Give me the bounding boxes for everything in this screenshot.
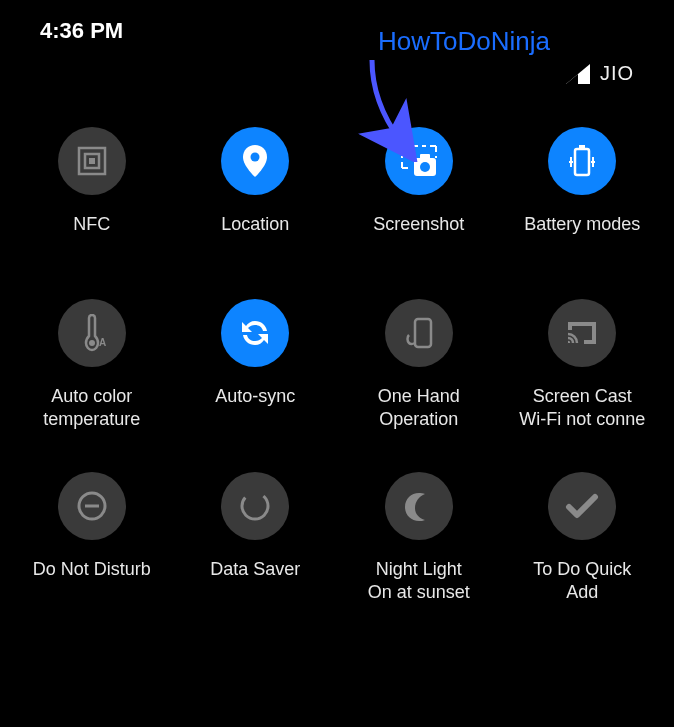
svg-rect-2 [89, 158, 95, 164]
svg-rect-7 [575, 149, 589, 175]
tile-do-not-disturb[interactable]: Do Not Disturb [10, 460, 174, 633]
location-icon [221, 127, 289, 195]
svg-point-14 [238, 489, 272, 523]
svg-rect-11 [415, 319, 431, 347]
sync-icon [221, 299, 289, 367]
tile-label: Location [221, 213, 289, 257]
tile-label: Night Light On at sunset [368, 558, 470, 603]
tile-label: Auto-sync [215, 385, 295, 429]
tile-night-light[interactable]: Night Light On at sunset [337, 460, 501, 633]
status-bar: 4:36 PM [0, 0, 674, 52]
svg-point-3 [251, 153, 260, 162]
tile-auto-sync[interactable]: Auto-sync [174, 287, 338, 460]
tile-label: Screenshot [373, 213, 464, 257]
cast-icon [548, 299, 616, 367]
check-icon [548, 472, 616, 540]
one-hand-icon [385, 299, 453, 367]
svg-rect-8 [579, 145, 585, 149]
svg-point-5 [420, 162, 430, 172]
tile-todo-quick-add[interactable]: To Do Quick Add [501, 460, 665, 633]
tile-location[interactable]: Location [174, 115, 338, 287]
thermometer-icon: A [58, 299, 126, 367]
tile-label: To Do Quick Add [533, 558, 631, 603]
tile-screen-cast[interactable]: Screen Cast Wi-Fi not conne [501, 287, 665, 460]
carrier-label: JIO [600, 62, 634, 85]
status-time: 4:36 PM [40, 18, 123, 44]
tile-nfc[interactable]: NFC [10, 115, 174, 287]
tile-label: Do Not Disturb [33, 558, 151, 602]
tile-one-hand[interactable]: One Hand Operation [337, 287, 501, 460]
tile-label: NFC [73, 213, 110, 257]
tile-label: Battery modes [524, 213, 640, 257]
tile-battery-modes[interactable]: Battery modes [501, 115, 665, 287]
svg-text:A: A [99, 337, 106, 348]
quick-settings-grid: NFC Location Screenshot Battery modes A … [0, 105, 674, 633]
moon-icon [385, 472, 453, 540]
dnd-icon [58, 472, 126, 540]
battery-icon [548, 127, 616, 195]
signal-icon [566, 64, 590, 84]
tile-label: Data Saver [210, 558, 300, 602]
annotation-arrow [322, 52, 432, 162]
tile-auto-color-temperature[interactable]: A Auto color temperature [10, 287, 174, 460]
tile-label: Auto color temperature [43, 385, 140, 430]
data-saver-icon [221, 472, 289, 540]
tile-data-saver[interactable]: Data Saver [174, 460, 338, 633]
nfc-icon [58, 127, 126, 195]
tile-label: One Hand Operation [378, 385, 460, 430]
svg-point-9 [89, 340, 95, 346]
tile-label: Screen Cast Wi-Fi not conne [519, 385, 645, 430]
